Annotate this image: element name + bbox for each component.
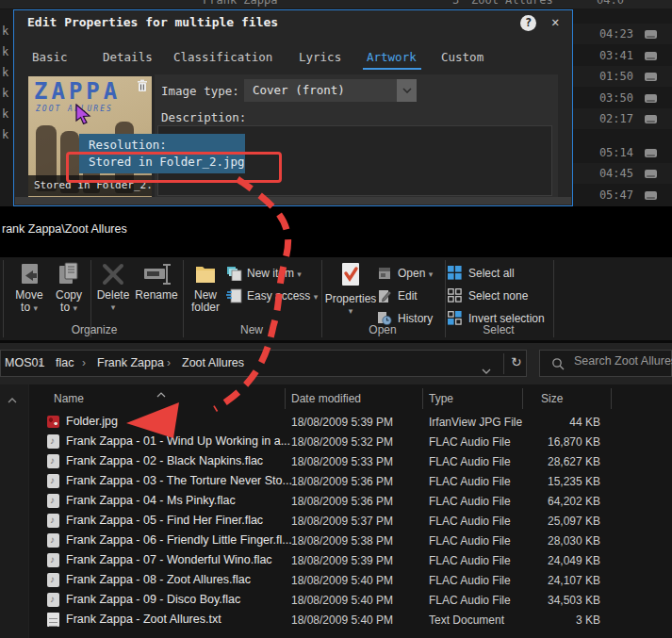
properties-button[interactable]: Properties ▾ — [324, 262, 377, 318]
tab-lyrics[interactable]: Lyrics — [299, 50, 341, 64]
drive-icon — [645, 73, 657, 81]
tab-artwork[interactable]: Artwork — [367, 50, 417, 64]
select-none-button[interactable]: Select none — [448, 286, 551, 305]
track-duration: 04:23 — [599, 27, 633, 41]
text-file-icon — [47, 613, 59, 627]
flac-file-icon — [47, 434, 59, 449]
chevron-down-icon[interactable] — [397, 79, 417, 102]
table-row-folder-jpg[interactable]: Folder.jpg 18/08/2009 5:39 PM IrfanView … — [29, 412, 672, 432]
active-tab-underline — [363, 68, 421, 70]
flac-file-icon — [47, 494, 59, 508]
player-duration-partial: 04:0 — [597, 0, 624, 7]
column-divider[interactable] — [285, 388, 286, 409]
column-divider[interactable] — [422, 388, 423, 409]
track-duration-row[interactable]: 02:17 — [573, 108, 672, 129]
explorer-ribbon: Move to ▾ Copy to ▾ Delete ▾ Rename New … — [0, 257, 672, 340]
flac-file-icon — [47, 553, 59, 567]
open-label: Open ▾ — [398, 264, 433, 284]
file-date: 18/08/2009 5:40 PM — [291, 594, 393, 607]
file-type: Text Document — [429, 613, 504, 627]
tab-details[interactable]: Details — [103, 50, 153, 64]
table-row[interactable]: Frank Zappa - 03 - The Torture Never Sto… — [29, 471, 672, 491]
file-date: 18/08/2009 5:40 PM — [291, 613, 393, 627]
file-date: 18/08/2009 5:32 PM — [291, 435, 393, 449]
track-duration: 05:14 — [599, 146, 633, 159]
column-header-name[interactable]: Name — [54, 392, 84, 405]
track-duration-row[interactable]: 03:50 — [573, 88, 672, 108]
file-type: FLAC Audio File — [429, 534, 511, 548]
dropdown-arrow-icon: ▾ — [297, 270, 302, 279]
track-duration-row[interactable]: 03:41 — [573, 45, 672, 66]
flac-file-icon — [47, 474, 59, 488]
dropdown-arrow-icon: ▾ — [33, 303, 38, 313]
select-none-icon — [448, 288, 462, 308]
track-duration-row[interactable]: 01:50 — [573, 66, 672, 87]
edit-button[interactable]: Edit — [377, 286, 443, 305]
tab-classification[interactable]: Classification — [173, 50, 272, 64]
breadcrumb-zoot-allures[interactable]: Zoot Allures — [182, 356, 244, 369]
rename-button[interactable]: Rename — [130, 262, 183, 302]
refresh-icon[interactable]: ↻ — [511, 354, 522, 369]
table-row[interactable]: Frank Zappa - 05 - Find Her Finer.flac 1… — [29, 511, 672, 531]
description-label: Description: — [161, 110, 246, 124]
trash-icon[interactable] — [137, 78, 148, 96]
file-date: 18/08/2009 5:38 PM — [291, 534, 393, 548]
select-all-button[interactable]: Select all — [448, 264, 551, 283]
file-type: FLAC Audio File — [429, 515, 511, 528]
column-header-size[interactable]: Size — [541, 392, 563, 405]
file-date: 18/08/2009 5:33 PM — [291, 455, 393, 468]
breadcrumb-frank-zappa[interactable]: Frank Zappa — [97, 356, 164, 369]
table-row[interactable]: Frank Zappa - 09 - Disco Boy.flac 18/08/… — [29, 590, 672, 610]
track-duration-row[interactable]: 05:47 — [573, 185, 672, 205]
image-type-select[interactable]: Cover (front) — [244, 79, 397, 102]
easy-access-button[interactable]: Easy access ▾ — [226, 286, 324, 305]
explorer-window-path: rank Zappa\Zoot Allures — [2, 222, 127, 236]
column-header-date-modified[interactable]: Date modified — [291, 392, 361, 405]
track-duration: 03:41 — [599, 49, 633, 62]
table-row[interactable]: Frank Zappa - Zoot Allures.txt 18/08/200… — [29, 610, 672, 630]
player-album: Zoot Allures — [471, 0, 553, 7]
table-row[interactable]: Frank Zappa - 06 - Friendly Little Finge… — [29, 531, 672, 550]
breadcrumb-flac[interactable]: flac — [56, 356, 74, 369]
column-divider[interactable] — [522, 388, 523, 409]
file-size: 16,870 KB — [525, 435, 600, 449]
search-field[interactable] — [539, 350, 672, 377]
close-icon[interactable]: ✕ — [551, 14, 559, 29]
column-header-type[interactable]: Type — [429, 392, 453, 405]
player-duration-column: 04:23 03:41 01:50 03:50 02:17 05:14 04:4… — [573, 8, 672, 209]
move-to-button[interactable]: Move to ▾ — [8, 262, 51, 315]
file-name: Frank Zappa - 03 - The Torture Never Sto… — [66, 474, 292, 487]
help-icon[interactable]: ? — [520, 15, 536, 31]
address-chevron-down-icon[interactable] — [482, 361, 491, 378]
delete-button[interactable]: Delete ▾ — [93, 262, 133, 314]
track-duration: 02:17 — [599, 112, 633, 125]
table-row[interactable]: Frank Zappa - 07 - Wonderful Wino.flac 1… — [29, 550, 672, 570]
tab-basic[interactable]: Basic — [32, 50, 68, 64]
new-folder-button[interactable]: New folder — [185, 262, 226, 314]
breadcrumb-bar[interactable]: MOS01 › flac › Frank Zappa › Zoot Allure… — [0, 350, 527, 377]
table-row[interactable]: Frank Zappa - 02 - Black Napkins.flac 18… — [29, 451, 672, 471]
tab-custom[interactable]: Custom — [441, 50, 484, 64]
scroll-up-icon[interactable] — [8, 390, 17, 407]
table-row[interactable]: Frank Zappa - 01 - Wind Up Working in a.… — [29, 432, 672, 451]
copy-to-button[interactable]: Copy to ▾ — [49, 262, 89, 315]
new-item-icon — [226, 266, 242, 286]
track-duration-row[interactable]: 05:14 — [573, 142, 672, 163]
player-artist: Frank Zappa — [203, 0, 277, 7]
table-row[interactable]: Frank Zappa - 04 - Ms Pinky.flac 18/08/2… — [29, 491, 672, 511]
dropdown-arrow-icon: ▾ — [324, 305, 377, 318]
open-button[interactable]: Open ▾ — [377, 264, 443, 283]
file-size: 64,202 KB — [525, 495, 600, 508]
file-date: 18/08/2009 5:40 PM — [291, 574, 393, 587]
explorer-title-bar: rank Zappa\Zoot Allures — [0, 206, 672, 257]
mouse-cursor-icon — [75, 104, 91, 128]
track-duration-row[interactable]: 04:23 — [573, 24, 672, 44]
search-input[interactable] — [572, 353, 672, 368]
file-name: Frank Zappa - 04 - Ms Pinky.flac — [66, 494, 236, 507]
track-duration-row[interactable]: 04:45 — [573, 163, 672, 184]
new-item-button[interactable]: New item ▾ — [226, 264, 320, 283]
column-divider[interactable] — [611, 388, 612, 409]
table-row[interactable]: Frank Zappa - 08 - Zoot Allures.flac 18/… — [29, 570, 672, 590]
flac-file-icon — [47, 593, 59, 607]
select-none-label: Select none — [468, 286, 528, 305]
